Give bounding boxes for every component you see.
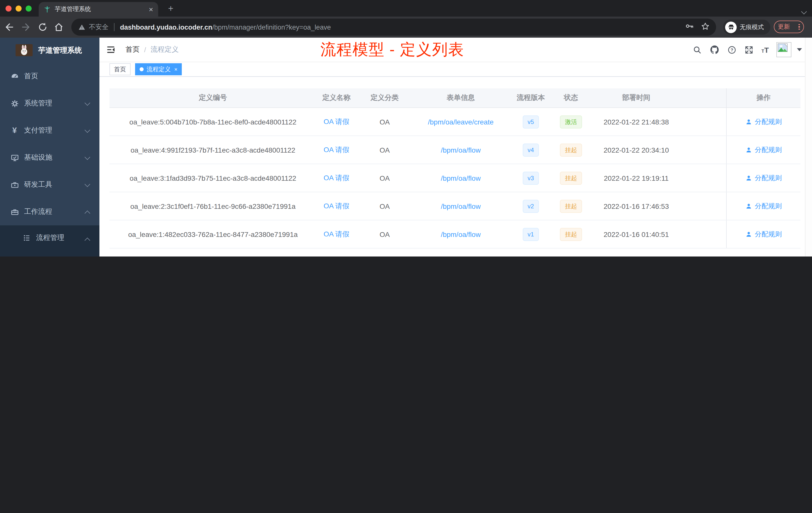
column-header: 定义名称 [316,88,356,108]
chevron-down-icon [85,181,90,187]
browser-tab[interactable]: 芋道管理系统 × [39,2,158,17]
home-button[interactable] [53,22,64,33]
svg-text:?: ? [731,47,733,52]
sidebar-item-workflow[interactable]: 工作流程 [0,198,99,225]
form-link[interactable]: /bpm/oa/leave/create [428,118,494,126]
definition-category: OA [356,192,413,220]
back-button[interactable] [3,22,14,33]
tab-search-icon[interactable] [802,6,806,16]
reload-button[interactable] [37,22,48,33]
sidebar-item-process-management[interactable]: 流程管理 [0,225,99,250]
definition-name-link[interactable]: OA 请假 [324,174,349,182]
version-badge: v4 [522,143,539,156]
avatar-caret-icon[interactable] [797,48,802,51]
chevron-down-icon [85,154,90,160]
security-warning-icon[interactable] [78,24,85,31]
definition-name-link[interactable]: OA 请假 [324,230,349,239]
tab-title: 芋道管理系统 [55,5,149,13]
table-row: oa_leave:3:1fad3d93-7b75-11ec-a3c8-acde4… [110,164,801,192]
definition-id: oa_leave:1:482ec033-762a-11ec-8477-a2380… [110,220,316,248]
definition-name-link[interactable]: OA 请假 [324,202,349,211]
breadcrumb-separator: / [144,46,146,54]
chevron-up-icon [85,211,90,216]
definition-category: OA [356,164,413,192]
deploy-time: 2022-01-22 20:34:10 [589,136,684,163]
form-link[interactable]: /bpm/oa/flow [441,230,481,238]
column-header: 流程版本 [509,88,553,108]
deploy-time: 2022-01-22 21:48:38 [589,108,684,135]
sidebar-item-label: 系统管理 [24,99,52,108]
screen: 芋道管理系统 × + 不安全 dashboard.yudao.iocoder.c… [0,0,812,256]
form-link[interactable]: /bpm/oa/flow [441,174,481,182]
github-icon[interactable] [710,45,720,55]
sidebar: 芋道管理系统 首页 系统管理 ¥ 支付管理 [0,38,99,256]
sidebar-item-label: 基础设施 [24,153,52,162]
browser-toolbar: 不安全 dashboard.yudao.iocoder.cn /bpm/mana… [0,17,812,38]
definition-name-link[interactable]: OA 请假 [324,117,349,126]
workflow-submenu: 流程管理 流程表单 用户分组 [0,225,99,256]
user-icon [745,118,752,125]
toolbox-icon [10,180,19,189]
breadcrumb-home[interactable]: 首页 [125,45,140,54]
window-close-button[interactable] [5,5,11,11]
sidebar-item-home[interactable]: 首页 [0,63,99,90]
assign-rule-button[interactable]: 分配规则 [745,230,782,239]
help-icon[interactable]: ? [727,45,737,55]
browser-update-menu-button[interactable]: 更新 [774,21,804,33]
sidebar-item-infrastructure[interactable]: 基础设施 [0,144,99,171]
window-zoom-button[interactable] [26,5,32,11]
table-header-row: 定义编号 定义名称 定义分类 表单信息 流程版本 状态 部署时间 操作 [110,88,801,108]
definition-category: OA [356,220,413,248]
sidebar-item-system[interactable]: 系统管理 [0,90,99,117]
definition-name-link[interactable]: OA 请假 [324,145,349,154]
version-badge: v3 [522,172,539,184]
table-row: oa_leave:4:991f2193-7b7f-11ec-a3c8-acde4… [110,136,801,164]
dashboard-icon [10,72,19,81]
form-link[interactable]: /bpm/oa/flow [441,146,481,154]
form-link[interactable]: /bpm/oa/flow [441,202,481,210]
bookmark-star-icon[interactable] [700,21,710,31]
table-row: oa_leave:5:004b710b-7b8a-11ec-8ef0-acde4… [110,108,801,136]
incognito-label: 无痕模式 [740,23,764,31]
font-size-icon[interactable]: TT [761,46,769,54]
definition-category: OA [356,108,413,135]
table-row: oa_leave:2:3c1f0ef1-76b1-11ec-9c66-a2380… [110,192,801,220]
definition-id: oa_leave:4:991f2193-7b7f-11ec-a3c8-acde4… [110,136,316,163]
favicon-plant-icon [44,6,51,13]
sidebar-item-dev-tools[interactable]: 研发工具 [0,171,99,198]
tag-process-definition[interactable]: 流程定义 × [135,63,182,75]
search-icon[interactable] [693,45,702,55]
version-badge: v2 [522,200,539,213]
address-bar[interactable]: 不安全 dashboard.yudao.iocoder.cn /bpm/mana… [71,19,716,36]
column-header: 定义分类 [356,88,413,108]
new-tab-button[interactable]: + [166,3,176,14]
avatar[interactable] [776,42,791,57]
column-header: 操作 [726,88,801,108]
assign-rule-button[interactable]: 分配规则 [745,145,782,154]
column-header: 状态 [553,88,589,108]
forward-button[interactable] [21,22,32,33]
user-icon [745,203,752,210]
sidebar-logo[interactable]: 芋道管理系统 [0,38,99,63]
window-minimize-button[interactable] [16,5,22,11]
sidebar-collapse-icon[interactable] [106,45,116,55]
sidebar-item-process-form[interactable]: 流程表单 [0,250,99,256]
tag-close-icon[interactable]: × [174,66,177,72]
column-header: 表单信息 [413,88,509,108]
column-header-filler [684,88,726,108]
assign-rule-button[interactable]: 分配规则 [745,174,782,182]
breadcrumb: 首页 / 流程定义 [125,45,179,54]
status-badge: 挂起 [560,143,582,156]
fullscreen-icon[interactable] [745,45,754,55]
tag-home[interactable]: 首页 [110,63,130,75]
deploy-time: 2022-01-16 01:40:51 [589,220,684,248]
sidebar-item-payment[interactable]: ¥ 支付管理 [0,117,99,144]
assign-rule-button[interactable]: 分配规则 [745,202,782,211]
deploy-time: 2022-01-22 19:19:11 [589,164,684,192]
tab-close-icon[interactable]: × [149,5,153,13]
page-scrollbar[interactable] [805,38,812,256]
assign-rule-button[interactable]: 分配规则 [745,117,782,126]
flow-list-icon [22,234,31,242]
password-key-icon[interactable] [685,21,695,31]
definition-table: 定义编号 定义名称 定义分类 表单信息 流程版本 状态 部署时间 操作 oa_l… [110,88,801,248]
